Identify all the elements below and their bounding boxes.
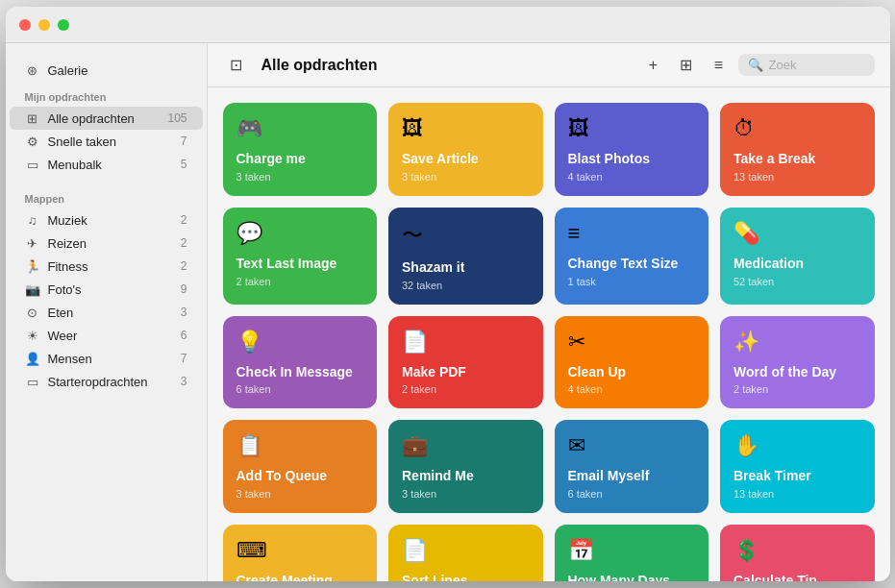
quick-icon: ⚙ (25, 134, 40, 149)
shortcut-card-how-many-days[interactable]: 📅 How Many Days Until ... (555, 525, 709, 581)
card-title-add-to-queue: Add To Queue (236, 468, 364, 484)
sidebar: ⊛ Galerie Mijn opdrachten ⊞ Alle opdrach… (6, 43, 208, 581)
content-header: ⊡ Alle opdrachten + ⊞ ≡ 🔍 (208, 43, 890, 87)
card-icon-make-pdf: 📄 (402, 330, 530, 355)
music-icon: ♫ (25, 212, 40, 228)
shortcut-card-clean-up[interactable]: ✂ Clean Up 4 taken (555, 316, 709, 409)
shortcut-card-change-text-size[interactable]: ≡ Change Text Size 1 task (555, 208, 709, 305)
shortcut-card-remind-me[interactable]: 💼 Remind Me 3 taken (388, 420, 543, 513)
shortcut-card-save-article[interactable]: 🖼 Save Article 3 taken (388, 103, 543, 196)
card-icon-medication: 💊 (733, 221, 861, 246)
sidebar-item-food[interactable]: ⊙ Eten 3 (10, 301, 203, 324)
search-input[interactable] (769, 58, 865, 72)
shortcut-card-check-in-message[interactable]: 💡 Check In Message 6 taken (223, 316, 378, 409)
shortcut-card-medication[interactable]: 💊 Medication 52 taken (720, 208, 875, 305)
card-icon-sort-lines: 📄 (402, 538, 530, 563)
sidebar-item-gallery[interactable]: ⊛ Galerie (10, 59, 203, 82)
starter-label: Starteropdrachten (48, 375, 173, 389)
food-label: Eten (48, 306, 173, 320)
main-window: ⊛ Galerie Mijn opdrachten ⊞ Alle opdrach… (6, 7, 890, 581)
maximize-button[interactable] (58, 19, 69, 31)
shortcut-card-make-pdf[interactable]: 📄 Make PDF 2 taken (388, 316, 543, 409)
card-icon-remind-me: 💼 (402, 433, 530, 458)
fitness-count: 2 (181, 259, 187, 273)
card-subtitle-email-myself: 6 taken (568, 488, 696, 500)
content-area: ⊡ Alle opdrachten + ⊞ ≡ 🔍 🎮 Charge me 3 … (208, 43, 890, 581)
sidebar-item-fitness[interactable]: 🏃 Fitness 2 (10, 255, 203, 278)
card-title-take-a-break: Take a Break (733, 151, 861, 167)
card-subtitle-medication: 52 taken (733, 276, 861, 287)
card-icon-break-timer: ✋ (733, 433, 861, 458)
titlebar (6, 7, 890, 43)
card-title-remind-me: Remind Me (402, 468, 530, 484)
card-subtitle-shazam-it: 32 taken (402, 280, 530, 291)
add-button[interactable]: + (640, 52, 667, 79)
photos-icon: 📷 (25, 282, 40, 297)
photos-label: Foto's (48, 282, 173, 297)
shortcut-card-break-timer[interactable]: ✋ Break Timer 13 taken (720, 420, 875, 513)
card-title-sort-lines: Sort Lines (402, 573, 530, 581)
weather-label: Weer (48, 329, 173, 343)
grid-view-button[interactable]: ⊞ (673, 52, 700, 79)
people-icon: 👤 (25, 351, 40, 366)
card-icon-take-a-break: ⏱ (733, 116, 861, 141)
fitness-label: Fitness (48, 259, 173, 274)
shortcut-card-calculate-tip[interactable]: 💲 Calculate Tip 16 taken (720, 525, 875, 581)
card-subtitle-change-text-size: 1 task (568, 276, 696, 287)
shortcut-card-take-a-break[interactable]: ⏱ Take a Break 13 taken (720, 103, 875, 196)
sidebar-item-quick[interactable]: ⚙ Snelle taken 7 (10, 130, 203, 153)
card-subtitle-break-timer: 13 taken (733, 488, 861, 500)
sidebar-toggle-button[interactable]: ⊡ (223, 52, 250, 79)
sidebar-item-weather[interactable]: ☀ Weer 6 (10, 324, 203, 347)
header-actions: + ⊞ ≡ 🔍 (640, 52, 875, 79)
sidebar-item-music[interactable]: ♫ Muziek 2 (10, 208, 203, 232)
all-label: Alle opdrachten (48, 111, 161, 126)
people-count: 7 (181, 352, 187, 365)
card-title-blast-photos: Blast Photos (568, 151, 696, 167)
card-icon-calculate-tip: 💲 (733, 538, 861, 563)
card-subtitle-take-a-break: 13 taken (733, 171, 861, 183)
shortcut-card-sort-lines[interactable]: 📄 Sort Lines 4 taken (388, 525, 543, 581)
card-title-create-meeting-note: Create Meeting Note (236, 573, 364, 581)
shortcut-card-text-last-image[interactable]: 💬 Text Last Image 2 taken (223, 208, 378, 305)
sidebar-item-starter[interactable]: ▭ Starteropdrachten 3 (10, 370, 203, 393)
card-subtitle-clean-up: 4 taken (568, 383, 696, 395)
food-count: 3 (181, 306, 187, 319)
sidebar-item-people[interactable]: 👤 Mensen 7 (10, 347, 203, 370)
card-title-how-many-days: How Many Days Until (568, 573, 696, 581)
shortcut-card-charge-me[interactable]: 🎮 Charge me 3 taken (223, 103, 378, 196)
food-icon: ⊙ (25, 305, 40, 320)
card-icon-email-myself: ✉ (568, 433, 696, 458)
sidebar-item-all[interactable]: ⊞ Alle opdrachten 105 (10, 107, 203, 130)
all-icon: ⊞ (25, 110, 40, 126)
card-icon-save-article: 🖼 (402, 116, 530, 141)
sidebar-item-travel[interactable]: ✈ Reizen 2 (10, 232, 203, 255)
minimize-button[interactable] (38, 19, 50, 31)
shortcut-card-create-meeting-note[interactable]: ⌨ Create Meeting Note 12 taken (223, 525, 378, 581)
close-button[interactable] (19, 19, 31, 31)
card-icon-how-many-days: 📅 (568, 538, 696, 563)
shortcut-card-blast-photos[interactable]: 🖼 Blast Photos 4 taken (555, 103, 709, 196)
card-title-make-pdf: Make PDF (402, 364, 530, 380)
shortcut-card-word-of-the-day[interactable]: ✨ Word of the Day 2 taken (720, 316, 875, 409)
people-label: Mensen (48, 352, 173, 366)
menubar-count: 5 (181, 158, 187, 171)
card-icon-add-to-queue: 📋 (236, 433, 364, 458)
all-count: 105 (167, 111, 186, 125)
shortcut-card-email-myself[interactable]: ✉ Email Myself 6 taken (555, 420, 709, 513)
sidebar-item-menubar[interactable]: ▭ Menubalk 5 (10, 153, 203, 176)
shortcuts-grid: 🎮 Charge me 3 taken 🖼 Save Article 3 tak… (223, 103, 875, 581)
card-subtitle-save-article: 3 taken (402, 171, 530, 183)
page-title: Alle opdrachten (261, 57, 629, 74)
card-icon-text-last-image: 💬 (236, 221, 364, 246)
shortcut-card-shazam-it[interactable]: 〜 Shazam it 32 taken (388, 208, 543, 305)
search-icon: 🔍 (748, 58, 763, 72)
list-view-button[interactable]: ≡ (706, 52, 733, 79)
sidebar-item-photos[interactable]: 📷 Foto's 9 (10, 278, 203, 301)
weather-icon: ☀ (25, 328, 40, 343)
card-subtitle-check-in-message: 6 taken (236, 383, 364, 395)
card-title-medication: Medication (733, 256, 861, 272)
search-box: 🔍 (738, 54, 875, 76)
card-subtitle-charge-me: 3 taken (236, 171, 364, 183)
shortcut-card-add-to-queue[interactable]: 📋 Add To Queue 3 taken (223, 420, 378, 513)
